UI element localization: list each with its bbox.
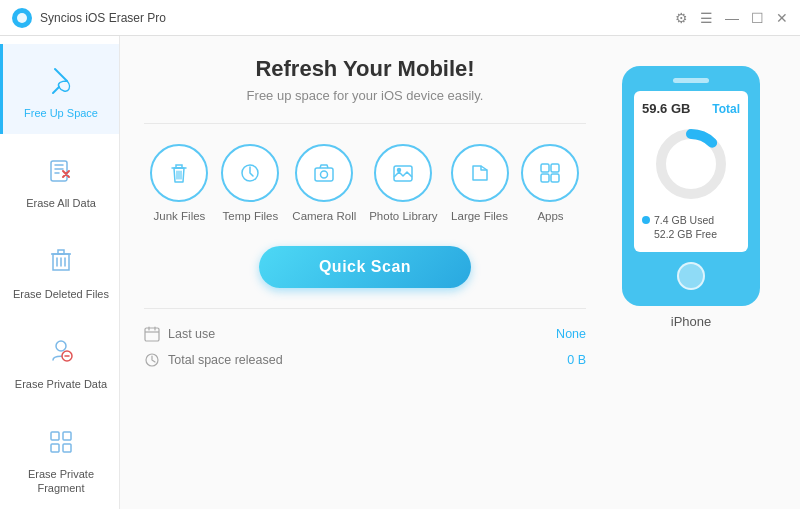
temp-files-label: Temp Files (223, 210, 279, 222)
camera-roll-circle (295, 144, 353, 202)
svg-rect-9 (315, 168, 333, 181)
scan-btn-wrap: Quick Scan (144, 246, 586, 288)
right-panel: 59.6 GB Total (606, 56, 776, 493)
junk-files-label: Junk Files (154, 210, 206, 222)
feature-large-files[interactable]: Large Files (451, 144, 509, 222)
phone-home-button (677, 262, 705, 290)
quick-scan-button[interactable]: Quick Scan (259, 246, 471, 288)
legend-used: 7.4 GB Used (642, 214, 740, 226)
camera-roll-label: Camera Roll (292, 210, 356, 222)
phone-label: iPhone (671, 314, 711, 329)
app-logo (12, 8, 32, 28)
calendar-icon (144, 326, 160, 342)
clock-icon (144, 352, 160, 368)
bottom-info: Last use None Total space released 0 B (144, 308, 586, 373)
svg-rect-15 (541, 174, 549, 182)
last-use-value: None (556, 327, 586, 341)
sidebar-label-free-up-space: Free Up Space (24, 106, 98, 120)
apps-circle (521, 144, 579, 202)
app-title: Syncios iOS Eraser Pro (40, 11, 675, 25)
temp-files-circle (221, 144, 279, 202)
erase-fragment-icon (40, 419, 82, 461)
svg-rect-5 (63, 432, 71, 440)
svg-rect-16 (551, 174, 559, 182)
svg-point-0 (17, 13, 27, 23)
broom-icon (40, 58, 82, 100)
space-released-row: Total space released 0 B (144, 347, 586, 373)
feature-junk-files[interactable]: Junk Files (150, 144, 208, 222)
large-files-label: Large Files (451, 210, 508, 222)
space-released-value: 0 B (567, 353, 586, 367)
svg-rect-13 (541, 164, 549, 172)
erase-all-icon (40, 148, 82, 190)
main-layout: Free Up Space Erase All Data (0, 36, 800, 509)
svg-rect-7 (63, 444, 71, 452)
main-subheading: Free up space for your iOS device easily… (144, 88, 586, 103)
sidebar-item-erase-deleted-files[interactable]: Erase Deleted Files (0, 225, 119, 315)
phone-frame: 59.6 GB Total (622, 66, 760, 306)
feature-camera-roll[interactable]: Camera Roll (292, 144, 356, 222)
total-label: Total (712, 102, 740, 116)
features-row: Junk Files Temp Files (144, 144, 586, 222)
feature-apps[interactable]: Apps (521, 144, 579, 222)
sidebar-item-erase-private-fragment[interactable]: Erase Private Fragment (0, 405, 119, 509)
last-use-row: Last use None (144, 321, 586, 347)
sidebar-label-erase-deleted-files: Erase Deleted Files (13, 287, 109, 301)
sidebar: Free Up Space Erase All Data (0, 36, 120, 509)
used-text: 7.4 GB Used (654, 214, 714, 226)
sidebar-label-erase-private-data: Erase Private Data (15, 377, 107, 391)
feature-temp-files[interactable]: Temp Files (221, 144, 279, 222)
photo-library-label: Photo Library (369, 210, 437, 222)
content-area: Refresh Your Mobile! Free up space for y… (120, 36, 800, 509)
divider (144, 123, 586, 124)
left-panel: Refresh Your Mobile! Free up space for y… (144, 56, 586, 493)
total-gb: 59.6 GB (642, 101, 690, 116)
svg-point-12 (398, 169, 401, 172)
settings-icon[interactable]: ⚙ (675, 10, 688, 26)
sidebar-item-erase-private-data[interactable]: Erase Private Data (0, 315, 119, 405)
svg-point-2 (56, 341, 66, 351)
photo-library-circle (374, 144, 432, 202)
storage-legend: 7.4 GB Used 52.2 GB Free (642, 214, 740, 240)
header-section: Refresh Your Mobile! Free up space for y… (144, 56, 586, 103)
donut-chart-wrap (642, 124, 740, 204)
svg-rect-6 (51, 444, 59, 452)
apps-label: Apps (537, 210, 563, 222)
donut-chart (651, 124, 731, 204)
free-text: 52.2 GB Free (654, 228, 717, 240)
close-icon[interactable]: ✕ (776, 10, 788, 26)
phone-speaker (673, 78, 709, 83)
minimize-icon[interactable]: — (725, 10, 739, 26)
main-heading: Refresh Your Mobile! (144, 56, 586, 82)
sidebar-item-free-up-space[interactable]: Free Up Space (0, 44, 119, 134)
maximize-icon[interactable]: ☐ (751, 10, 764, 26)
phone-screen: 59.6 GB Total (634, 91, 748, 252)
sidebar-label-erase-all-data: Erase All Data (26, 196, 96, 210)
last-use-label: Last use (168, 327, 548, 341)
window-controls: ⚙ ☰ — ☐ ✕ (675, 10, 788, 26)
sidebar-item-erase-all-data[interactable]: Erase All Data (0, 134, 119, 224)
legend-free: 52.2 GB Free (642, 228, 740, 240)
erase-deleted-icon (40, 239, 82, 281)
title-bar: Syncios iOS Eraser Pro ⚙ ☰ — ☐ ✕ (0, 0, 800, 36)
erase-private-icon (40, 329, 82, 371)
svg-rect-4 (51, 432, 59, 440)
sidebar-label-erase-private-fragment: Erase Private Fragment (11, 467, 111, 496)
space-released-label: Total space released (168, 353, 559, 367)
storage-header: 59.6 GB Total (642, 101, 740, 116)
large-files-circle (451, 144, 509, 202)
feature-photo-library[interactable]: Photo Library (369, 144, 437, 222)
used-dot (642, 216, 650, 224)
svg-rect-17 (145, 328, 159, 341)
menu-icon[interactable]: ☰ (700, 10, 713, 26)
svg-point-10 (321, 171, 328, 178)
junk-files-circle (150, 144, 208, 202)
svg-rect-14 (551, 164, 559, 172)
svg-rect-1 (51, 161, 67, 181)
